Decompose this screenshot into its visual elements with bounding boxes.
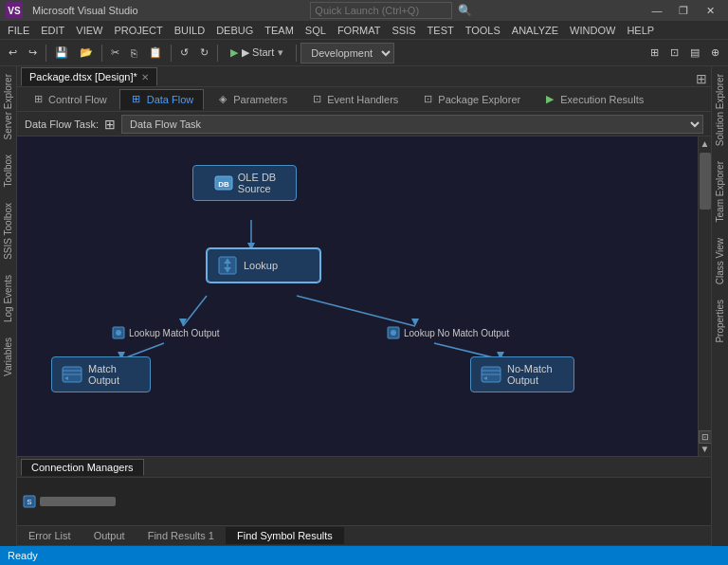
sidebar-tab-class-view[interactable]: Class View	[713, 230, 727, 292]
menu-window[interactable]: WINDOW	[564, 21, 621, 40]
tab-error-list[interactable]: Error List	[17, 527, 82, 544]
tab-control-flow-label: Control Flow	[48, 94, 107, 105]
task-icon: ⊞	[104, 117, 116, 132]
tab-control-flow[interactable]: ⊞ Control Flow	[21, 89, 118, 110]
menu-project[interactable]: PROJECT	[108, 21, 168, 40]
tab-execution-results-label: Execution Results	[560, 94, 644, 105]
lookup-node[interactable]: Lookup	[207, 248, 320, 282]
match-output-node[interactable]: Match Output	[51, 356, 151, 392]
scroll-up[interactable]: ▲	[701, 138, 710, 149]
sidebar-tab-ssis-toolbox[interactable]: SSIS Toolbox	[1, 195, 15, 267]
connection-item[interactable]: S	[23, 495, 116, 508]
close-button[interactable]: ✕	[698, 2, 722, 19]
sidebar-tab-variables[interactable]: Variables	[1, 330, 15, 384]
config-dropdown[interactable]: Development	[300, 43, 394, 64]
menu-analyze[interactable]: ANALYZE	[506, 21, 564, 40]
match-output-icon	[112, 326, 125, 339]
toolbar-extra3[interactable]: ▤	[685, 43, 704, 64]
menu-help[interactable]: HELP	[621, 21, 660, 40]
doc-tabs: Package.dtsx [Design]* ✕ ⊞	[17, 66, 711, 87]
bottom-panel: Connection Managers S	[17, 456, 711, 525]
zoom-button[interactable]: ⊡	[699, 430, 712, 444]
toolbar-extra4[interactable]: ⊕	[706, 43, 724, 64]
tab-event-handlers[interactable]: ⊡ Event Handlers	[300, 89, 409, 110]
doc-tab-package[interactable]: Package.dtsx [Design]* ✕	[21, 67, 157, 86]
toolbar-cut[interactable]: ✂	[106, 43, 124, 64]
event-handlers-icon: ⊡	[310, 93, 323, 106]
doc-tab-close[interactable]: ✕	[141, 72, 149, 82]
toolbar-sep1	[46, 45, 46, 62]
menu-edit[interactable]: EDIT	[35, 21, 70, 40]
vertical-scrollbar[interactable]: ▲ ⊡ ▼	[698, 137, 711, 456]
sidebar-tab-server-explorer[interactable]: Server Explorer	[1, 66, 15, 147]
tab-parameters[interactable]: ◈ Parameters	[206, 89, 298, 110]
toolbar-copy[interactable]: ⎘	[126, 43, 142, 64]
menu-bar: FILE EDIT VIEW PROJECT BUILD DEBUG TEAM …	[0, 21, 728, 40]
toolbar-paste[interactable]: 📋	[144, 43, 167, 64]
tab-parameters-label: Parameters	[233, 94, 287, 105]
run-dropdown-icon: ▾	[278, 46, 283, 59]
menu-tools[interactable]: TOOLS	[460, 21, 506, 40]
sidebar-tab-toolbox[interactable]: Toolbox	[1, 147, 15, 194]
status-bar: Ready	[0, 546, 728, 565]
connection-managers-tab[interactable]: Connection Managers	[21, 459, 144, 476]
match-output-label1: Match	[88, 363, 119, 374]
toolbar-open[interactable]: 📂	[75, 43, 98, 64]
canvas-wrapper: DB OLE DB Source	[17, 137, 711, 456]
toolbar-save[interactable]: 💾	[50, 43, 73, 64]
menu-team[interactable]: TEAM	[259, 21, 300, 40]
oledb-source-node[interactable]: DB OLE DB Source	[192, 165, 297, 201]
menu-view[interactable]: VIEW	[70, 21, 108, 40]
tab-find-symbol-results[interactable]: Find Symbol Results	[226, 527, 344, 544]
toolbar: ↩ ↪ 💾 📂 ✂ ⎘ 📋 ↺ ↻ ▶ ▶ Start ▾ Developmen…	[0, 40, 728, 66]
menu-test[interactable]: TEST	[422, 21, 460, 40]
center-area: Package.dtsx [Design]* ✕ ⊞ ⊞ Control Flo…	[17, 66, 711, 546]
toolbar-undo2[interactable]: ↺	[175, 43, 193, 64]
canvas-area[interactable]: DB OLE DB Source	[17, 137, 698, 456]
svg-point-19	[391, 330, 396, 336]
tab-package-explorer[interactable]: ⊡ Package Explorer	[410, 89, 531, 110]
oledb-sublabel: Source	[238, 183, 276, 194]
status-text: Ready	[8, 550, 38, 561]
nomatch-output-label2: Output	[507, 374, 553, 386]
svg-text:S: S	[27, 498, 31, 506]
status-tabs: Error List Output Find Results 1 Find Sy…	[17, 525, 711, 546]
tab-data-flow-label: Data Flow	[147, 94, 194, 105]
toolbar-extra2[interactable]: ⊡	[665, 43, 683, 64]
doc-tab-label: Package.dtsx [Design]*	[29, 71, 137, 82]
scroll-down[interactable]: ▼	[701, 444, 710, 454]
sidebar-tab-properties[interactable]: Properties	[713, 292, 727, 351]
menu-build[interactable]: BUILD	[169, 21, 210, 40]
toolbar-extra1[interactable]: ⊞	[646, 43, 664, 64]
menu-sql[interactable]: SQL	[300, 21, 332, 40]
run-icon: ▶	[230, 46, 238, 59]
tab-data-flow[interactable]: ⊞ Data Flow	[119, 89, 205, 110]
lookup-icon	[217, 255, 238, 276]
sidebar-tab-log-events[interactable]: Log Events	[1, 267, 15, 330]
menu-ssis[interactable]: SSIS	[387, 21, 422, 40]
menu-file[interactable]: FILE	[2, 21, 35, 40]
quick-launch-input[interactable]	[310, 2, 452, 19]
tab-pin-button[interactable]: ⊞	[696, 71, 707, 86]
run-button[interactable]: ▶ ▶ Start ▾	[222, 43, 292, 64]
svg-text:DB: DB	[218, 180, 229, 189]
lookup-nomatch-label: Lookup No Match Output	[387, 326, 509, 339]
tab-execution-results[interactable]: ▶ Execution Results	[533, 89, 654, 110]
sidebar-tab-solution-explorer[interactable]: Solution Explorer	[713, 66, 727, 154]
menu-format[interactable]: FORMAT	[332, 21, 387, 40]
toolbar-redo[interactable]: ↪	[24, 43, 42, 64]
task-dropdown[interactable]: Data Flow Task	[121, 115, 703, 134]
restore-button[interactable]: ❐	[671, 2, 696, 19]
title-bar-controls: — ❐ ✕	[645, 2, 722, 19]
sidebar-tab-team-explorer[interactable]: Team Explorer	[713, 154, 727, 229]
toolbar-undo[interactable]: ↩	[4, 43, 22, 64]
no-match-output-icon	[387, 326, 400, 339]
scroll-thumb[interactable]	[700, 153, 711, 210]
minimize-button[interactable]: —	[645, 2, 669, 19]
tab-output[interactable]: Output	[82, 527, 136, 544]
nomatch-output-node[interactable]: No-Match Output	[470, 356, 574, 392]
tab-find-results-1[interactable]: Find Results 1	[136, 527, 226, 544]
tab-package-explorer-label: Package Explorer	[438, 94, 520, 105]
toolbar-redo2[interactable]: ↻	[195, 43, 213, 64]
menu-debug[interactable]: DEBUG	[210, 21, 259, 40]
